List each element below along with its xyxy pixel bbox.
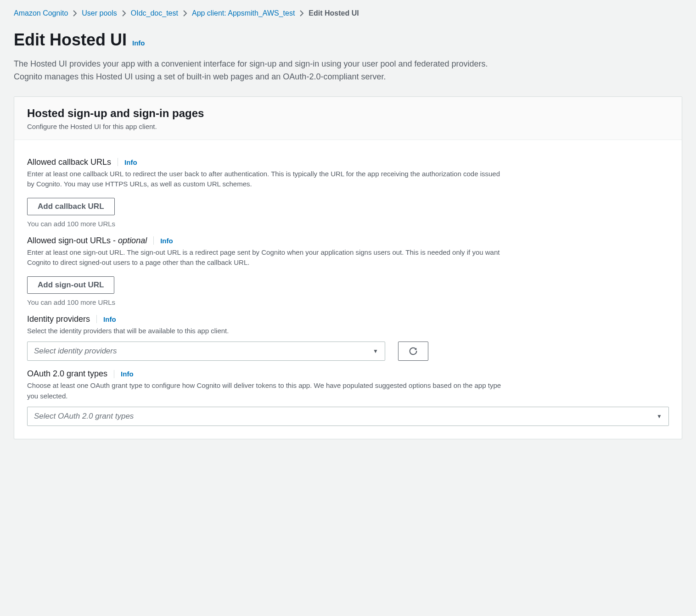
hosted-ui-panel: Hosted sign-up and sign-in pages Configu…: [14, 96, 682, 440]
add-signout-url-button[interactable]: Add sign-out URL: [27, 276, 114, 294]
breadcrumb: Amazon Cognito User pools OIdc_doc_test …: [14, 9, 682, 17]
idp-info-link[interactable]: Info: [103, 315, 116, 323]
divider: [96, 315, 97, 323]
panel-subtitle: Configure the Hosted UI for this app cli…: [27, 123, 669, 130]
signout-info-link[interactable]: Info: [160, 237, 173, 245]
signout-urls-label: Allowed sign-out URLs - optional: [27, 236, 147, 246]
chevron-right-icon: [183, 10, 187, 17]
divider: [114, 370, 114, 378]
identity-providers-select[interactable]: Select identity providers ▼: [27, 342, 385, 361]
chevron-right-icon: [122, 10, 126, 17]
panel-title: Hosted sign-up and sign-in pages: [27, 107, 669, 120]
grant-types-select[interactable]: Select OAuth 2.0 grant types ▼: [27, 407, 669, 426]
breadcrumb-link-appclient[interactable]: App client: Appsmith_AWS_test: [192, 9, 295, 17]
caret-down-icon: ▼: [657, 413, 662, 420]
breadcrumb-link-userpools[interactable]: User pools: [82, 9, 117, 17]
breadcrumb-current: Edit Hosted UI: [309, 9, 359, 17]
grant-types-placeholder: Select OAuth 2.0 grant types: [34, 412, 134, 421]
breadcrumb-link-cognito[interactable]: Amazon Cognito: [14, 9, 68, 17]
signout-optional-text: optional: [118, 236, 147, 245]
refresh-icon: [408, 346, 418, 356]
signout-urls-description: Enter at least one sign-out URL. The sig…: [27, 247, 505, 268]
refresh-idp-button[interactable]: [398, 342, 428, 361]
grant-types-label: OAuth 2.0 grant types: [27, 369, 107, 379]
callback-urls-field: Allowed callback URLs Info Enter at leas…: [27, 157, 669, 228]
page-description: The Hosted UI provides your app with a c…: [14, 58, 510, 84]
page-info-link[interactable]: Info: [132, 39, 145, 47]
identity-providers-description: Select the identity providers that will …: [27, 326, 505, 336]
signout-label-text: Allowed sign-out URLs -: [27, 236, 118, 245]
callback-info-link[interactable]: Info: [124, 158, 137, 166]
caret-down-icon: ▼: [373, 348, 378, 354]
grant-types-field: OAuth 2.0 grant types Info Choose at lea…: [27, 369, 669, 426]
callback-urls-label: Allowed callback URLs: [27, 157, 111, 167]
callback-urls-hint: You can add 100 more URLs: [27, 220, 669, 228]
breadcrumb-link-pool[interactable]: OIdc_doc_test: [131, 9, 178, 17]
grant-types-description: Choose at least one OAuth grant type to …: [27, 381, 505, 401]
chevron-right-icon: [299, 10, 304, 17]
identity-providers-label: Identity providers: [27, 314, 90, 324]
add-callback-url-button[interactable]: Add callback URL: [27, 198, 115, 215]
signout-urls-field: Allowed sign-out URLs - optional Info En…: [27, 236, 669, 306]
divider: [118, 158, 118, 166]
chevron-right-icon: [73, 10, 77, 17]
identity-providers-placeholder: Select identity providers: [34, 347, 117, 356]
callback-urls-description: Enter at least one callback URL to redir…: [27, 169, 505, 190]
grant-info-link[interactable]: Info: [121, 370, 134, 378]
page-title: Edit Hosted UI: [14, 30, 127, 50]
signout-urls-hint: You can add 100 more URLs: [27, 298, 669, 306]
identity-providers-field: Identity providers Info Select the ident…: [27, 314, 669, 361]
divider: [153, 236, 154, 245]
